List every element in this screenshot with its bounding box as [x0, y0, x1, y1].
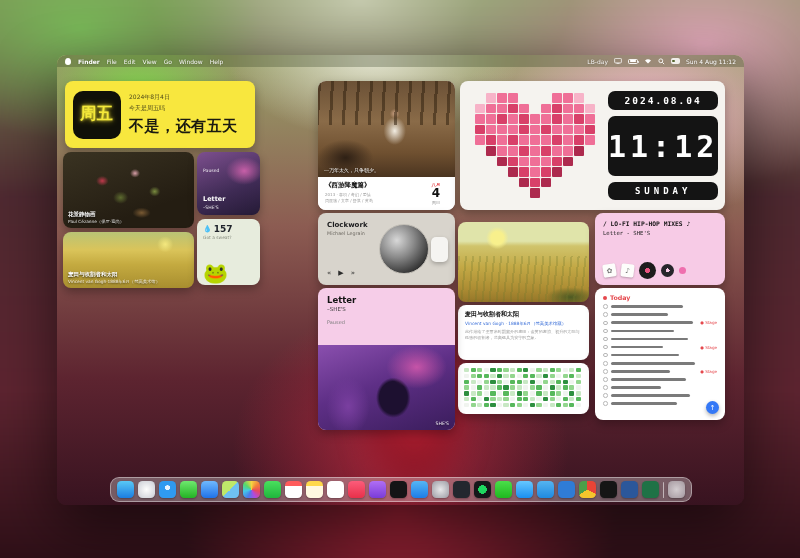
- checkbox-icon[interactable]: [603, 304, 608, 309]
- dock-calendar-icon[interactable]: [285, 481, 302, 498]
- menu-window[interactable]: Window: [179, 58, 203, 65]
- heart-pixel: [563, 114, 573, 124]
- contribution-graph-widget[interactable]: [458, 363, 589, 414]
- search-icon[interactable]: [658, 58, 665, 65]
- todo-item[interactable]: ● Stage: [603, 320, 717, 325]
- lofi-track: Letter - SHE'S: [603, 230, 717, 236]
- dock-wechat-icon[interactable]: [495, 481, 512, 498]
- checkbox-icon[interactable]: [603, 312, 608, 317]
- dock-maps-icon[interactable]: [222, 481, 239, 498]
- checkbox-icon[interactable]: [603, 353, 608, 358]
- pixel-clock-panels: 2024.08.04 11:12 SUNDAY: [608, 91, 718, 200]
- checkbox-icon[interactable]: [603, 361, 608, 366]
- dock-notes-icon[interactable]: [306, 481, 323, 498]
- checkbox-icon[interactable]: [603, 345, 608, 350]
- wifi-icon[interactable]: [644, 58, 652, 64]
- friday-countdown-widget[interactable]: 周五 2024年8月4日 今天是周五吗 不是，还有五天: [65, 81, 255, 148]
- water-counter-widget[interactable]: 💧 157 Got a sweat? 🐸: [197, 219, 260, 285]
- dock-excel-icon[interactable]: [642, 481, 659, 498]
- checkbox-icon[interactable]: [603, 329, 608, 334]
- todo-item[interactable]: [603, 353, 717, 358]
- lofi-mix-widget[interactable]: / LO-FI HIP-HOP MIXES ♪ Letter - SHE'S ✿…: [595, 213, 725, 285]
- battery-icon[interactable]: [628, 59, 638, 64]
- checkbox-icon[interactable]: [603, 401, 608, 406]
- todo-item[interactable]: [603, 328, 717, 333]
- screen-mirroring-icon[interactable]: [614, 58, 622, 64]
- play-icon[interactable]: ▶: [338, 269, 343, 277]
- dock-settings-icon[interactable]: [432, 481, 449, 498]
- heart-pixel: [530, 167, 540, 177]
- dock-telegram-icon[interactable]: [537, 481, 554, 498]
- art-card-1[interactable]: 麦田与收割者和太阳Vincent van Gogh·1888年6月（梵高美术馆）: [63, 232, 194, 288]
- add-reminder-button[interactable]: ↑: [706, 401, 719, 414]
- dock-chrome-icon[interactable]: [579, 481, 596, 498]
- dock-word-icon[interactable]: [621, 481, 638, 498]
- dock-facetime-icon[interactable]: [264, 481, 281, 498]
- control-center-icon[interactable]: [671, 58, 680, 64]
- artwork-info-byline[interactable]: Vincent van Gogh · 1888年6月（梵高美术馆藏）: [465, 321, 582, 326]
- reminders-widget[interactable]: Today ● Stage● Stage● Stage ↑: [595, 288, 725, 420]
- dock-qq-icon[interactable]: [516, 481, 533, 498]
- checkbox-icon[interactable]: [603, 321, 608, 326]
- dock-figma-icon[interactable]: [600, 481, 617, 498]
- next-track-icon[interactable]: »: [351, 269, 355, 277]
- dock-vscode-icon[interactable]: [558, 481, 575, 498]
- art-card-0[interactable]: 花景静物画Paul Cézanne（保罗·塞尚）: [63, 152, 194, 228]
- contribution-cell: [563, 374, 568, 378]
- dock-photos-icon[interactable]: [243, 481, 260, 498]
- todo-item[interactable]: [603, 401, 717, 406]
- todo-item[interactable]: [603, 393, 717, 398]
- dock-terminal-icon[interactable]: [453, 481, 470, 498]
- menu-file[interactable]: File: [107, 58, 117, 65]
- mini-music-widget[interactable]: Paused Letter –SHE'S: [197, 152, 260, 215]
- active-app-name[interactable]: Finder: [78, 58, 100, 65]
- dock-finder-icon[interactable]: [117, 481, 134, 498]
- todo-item[interactable]: [603, 312, 717, 317]
- dock-trash-icon[interactable]: [668, 481, 685, 498]
- letter-now-playing-widget[interactable]: Letter –SHE'S Paused SHE'S: [318, 288, 455, 430]
- todo-item[interactable]: [603, 385, 717, 390]
- apple-menu-icon[interactable]: [65, 58, 71, 65]
- previous-track-icon[interactable]: «: [327, 269, 331, 277]
- menu-help[interactable]: Help: [210, 58, 224, 65]
- menu-go[interactable]: Go: [164, 58, 172, 65]
- dock-spotify-icon[interactable]: [474, 481, 491, 498]
- checkbox-icon[interactable]: [603, 393, 608, 398]
- pixel-clock-widget[interactable]: 2024.08.04 11:12 SUNDAY: [460, 81, 725, 210]
- contribution-cell: [563, 380, 568, 384]
- menu-bar-clock[interactable]: Sun 4 Aug 11:12: [686, 58, 736, 65]
- todo-item[interactable]: ● Stage: [603, 345, 717, 350]
- todo-item[interactable]: [603, 361, 717, 366]
- music-player-widget[interactable]: Clockwork Michael Legrain « ▶ »: [318, 213, 455, 285]
- todo-item[interactable]: ● Stage: [603, 369, 717, 374]
- contribution-cell: [510, 397, 515, 401]
- dock-appstore-icon[interactable]: [411, 481, 428, 498]
- dock-tv-icon[interactable]: [390, 481, 407, 498]
- heart-pixel: [530, 157, 540, 167]
- menu-edit[interactable]: Edit: [124, 58, 136, 65]
- todo-item[interactable]: [603, 336, 717, 341]
- artwork-info-widget[interactable]: 麦田与收割者和太阳 Vincent van Gogh · 1888年6月（梵高美…: [458, 305, 589, 360]
- dock-podcasts-icon[interactable]: [369, 481, 386, 498]
- menu-view[interactable]: View: [142, 58, 156, 65]
- contribution-cell: [510, 380, 515, 384]
- checkbox-icon[interactable]: [603, 377, 608, 382]
- dock-mail-icon[interactable]: [201, 481, 218, 498]
- contribution-cell: [556, 403, 561, 407]
- todo-item[interactable]: [603, 304, 717, 309]
- movie-date-widget[interactable]: 一万年太久，只争朝夕。 《西游降魔篇》 2013 · 喜剧 / 奇幻 / 爱情 …: [318, 81, 455, 210]
- dock-messages-icon[interactable]: [180, 481, 197, 498]
- dock-reminders-icon[interactable]: [327, 481, 344, 498]
- status-label[interactable]: LB-day: [587, 58, 608, 65]
- vangogh-painting-widget[interactable]: [458, 222, 589, 302]
- checkbox-icon[interactable]: [603, 369, 608, 374]
- dock-launchpad-icon[interactable]: [138, 481, 155, 498]
- checkbox-icon[interactable]: [603, 337, 608, 342]
- todo-item-text: [611, 354, 679, 357]
- dock-music-icon[interactable]: [348, 481, 365, 498]
- contribution-cell: [517, 385, 522, 389]
- contribution-cell: [484, 397, 489, 401]
- dock-safari-icon[interactable]: [159, 481, 176, 498]
- checkbox-icon[interactable]: [603, 385, 608, 390]
- todo-item[interactable]: [603, 377, 717, 382]
